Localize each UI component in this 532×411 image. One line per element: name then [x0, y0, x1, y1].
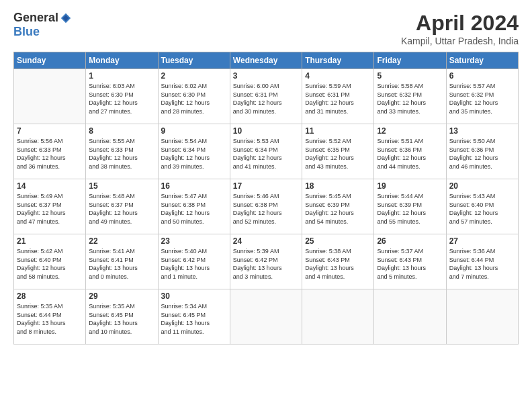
- calendar-cell: 20Sunrise: 5:43 AM Sunset: 6:40 PM Dayli…: [446, 179, 518, 234]
- week-row-3: 21Sunrise: 5:42 AM Sunset: 6:40 PM Dayli…: [14, 234, 519, 289]
- calendar-cell: 14Sunrise: 5:49 AM Sunset: 6:37 PM Dayli…: [14, 179, 86, 234]
- day-info: Sunrise: 5:45 AM Sunset: 6:39 PM Dayligh…: [305, 192, 371, 226]
- title-block: April 2024 Kampil, Uttar Pradesh, India: [401, 11, 519, 46]
- day-info: Sunrise: 5:47 AM Sunset: 6:38 PM Dayligh…: [161, 192, 227, 226]
- day-info: Sunrise: 5:48 AM Sunset: 6:37 PM Dayligh…: [89, 192, 154, 226]
- calendar-cell: 2Sunrise: 6:02 AM Sunset: 6:30 PM Daylig…: [158, 69, 230, 124]
- day-info: Sunrise: 5:36 AM Sunset: 6:44 PM Dayligh…: [449, 247, 515, 281]
- day-info: Sunrise: 5:58 AM Sunset: 6:32 PM Dayligh…: [377, 82, 443, 116]
- day-info: Sunrise: 5:56 AM Sunset: 6:33 PM Dayligh…: [17, 137, 83, 171]
- day-info: Sunrise: 5:57 AM Sunset: 6:32 PM Dayligh…: [449, 82, 515, 116]
- page: General Blue April 2024 Kampil, Uttar Pr…: [0, 0, 532, 411]
- month-year: April 2024: [401, 11, 519, 36]
- day-number: 14: [17, 181, 83, 191]
- day-info: Sunrise: 5:43 AM Sunset: 6:40 PM Dayligh…: [449, 192, 515, 226]
- day-info: Sunrise: 5:49 AM Sunset: 6:37 PM Dayligh…: [17, 192, 83, 226]
- day-info: Sunrise: 5:38 AM Sunset: 6:43 PM Dayligh…: [305, 247, 371, 281]
- calendar-cell: 11Sunrise: 5:52 AM Sunset: 6:35 PM Dayli…: [302, 124, 374, 179]
- calendar-cell: 25Sunrise: 5:38 AM Sunset: 6:43 PM Dayli…: [302, 234, 374, 289]
- day-info: Sunrise: 5:54 AM Sunset: 6:34 PM Dayligh…: [161, 137, 227, 171]
- calendar-cell: [446, 289, 518, 345]
- day-number: 29: [89, 291, 154, 301]
- calendar-cell: 23Sunrise: 5:40 AM Sunset: 6:42 PM Dayli…: [158, 234, 230, 289]
- day-number: 30: [161, 291, 227, 301]
- week-row-0: 1Sunrise: 6:03 AM Sunset: 6:30 PM Daylig…: [14, 69, 519, 124]
- calendar-cell: 7Sunrise: 5:56 AM Sunset: 6:33 PM Daylig…: [14, 124, 86, 179]
- day-number: 18: [305, 181, 371, 191]
- day-number: 19: [377, 181, 443, 191]
- calendar-cell: 5Sunrise: 5:58 AM Sunset: 6:32 PM Daylig…: [374, 69, 446, 124]
- day-info: Sunrise: 6:03 AM Sunset: 6:30 PM Dayligh…: [89, 82, 154, 116]
- weekday-header-row: Sunday Monday Tuesday Wednesday Thursday…: [14, 52, 519, 69]
- day-number: 10: [233, 126, 299, 136]
- calendar-cell: 3Sunrise: 6:00 AM Sunset: 6:31 PM Daylig…: [230, 69, 302, 124]
- calendar-cell: 16Sunrise: 5:47 AM Sunset: 6:38 PM Dayli…: [158, 179, 230, 234]
- day-info: Sunrise: 5:35 AM Sunset: 6:44 PM Dayligh…: [17, 302, 83, 336]
- day-number: 8: [89, 126, 154, 136]
- logo: General Blue: [13, 11, 72, 39]
- day-number: 27: [449, 236, 515, 246]
- day-number: 13: [449, 126, 515, 136]
- header-monday: Monday: [86, 52, 158, 69]
- day-number: 26: [377, 236, 443, 246]
- day-number: 6: [449, 71, 515, 81]
- day-info: Sunrise: 5:42 AM Sunset: 6:40 PM Dayligh…: [17, 247, 83, 281]
- logo-icon: [60, 12, 72, 24]
- day-number: 28: [17, 291, 83, 301]
- header-saturday: Saturday: [446, 52, 518, 69]
- day-number: 9: [161, 126, 227, 136]
- day-number: 16: [161, 181, 227, 191]
- calendar-cell: 6Sunrise: 5:57 AM Sunset: 6:32 PM Daylig…: [446, 69, 518, 124]
- day-number: 24: [233, 236, 299, 246]
- day-number: 1: [89, 71, 154, 81]
- day-info: Sunrise: 5:53 AM Sunset: 6:34 PM Dayligh…: [233, 137, 299, 171]
- calendar-cell: 21Sunrise: 5:42 AM Sunset: 6:40 PM Dayli…: [14, 234, 86, 289]
- day-number: 15: [89, 181, 154, 191]
- header-tuesday: Tuesday: [158, 52, 230, 69]
- week-row-1: 7Sunrise: 5:56 AM Sunset: 6:33 PM Daylig…: [14, 124, 519, 179]
- calendar-cell: 12Sunrise: 5:51 AM Sunset: 6:36 PM Dayli…: [374, 124, 446, 179]
- day-info: Sunrise: 5:52 AM Sunset: 6:35 PM Dayligh…: [305, 137, 371, 171]
- day-number: 21: [17, 236, 83, 246]
- calendar-cell: 18Sunrise: 5:45 AM Sunset: 6:39 PM Dayli…: [302, 179, 374, 234]
- calendar-cell: [302, 289, 374, 345]
- day-number: 2: [161, 71, 227, 81]
- calendar-cell: 9Sunrise: 5:54 AM Sunset: 6:34 PM Daylig…: [158, 124, 230, 179]
- day-number: 12: [377, 126, 443, 136]
- calendar-cell: 4Sunrise: 5:59 AM Sunset: 6:31 PM Daylig…: [302, 69, 374, 124]
- calendar-cell: [14, 69, 86, 124]
- week-row-2: 14Sunrise: 5:49 AM Sunset: 6:37 PM Dayli…: [14, 179, 519, 234]
- day-info: Sunrise: 6:00 AM Sunset: 6:31 PM Dayligh…: [233, 82, 299, 116]
- calendar-cell: 17Sunrise: 5:46 AM Sunset: 6:38 PM Dayli…: [230, 179, 302, 234]
- day-info: Sunrise: 5:39 AM Sunset: 6:42 PM Dayligh…: [233, 247, 299, 281]
- header-wednesday: Wednesday: [230, 52, 302, 69]
- logo-blue-text: Blue: [13, 25, 40, 39]
- calendar-cell: 26Sunrise: 5:37 AM Sunset: 6:43 PM Dayli…: [374, 234, 446, 289]
- day-number: 23: [161, 236, 227, 246]
- calendar-cell: 28Sunrise: 5:35 AM Sunset: 6:44 PM Dayli…: [14, 289, 86, 345]
- calendar-cell: 1Sunrise: 6:03 AM Sunset: 6:30 PM Daylig…: [86, 69, 158, 124]
- logo-blue: Blue: [13, 25, 40, 39]
- calendar-cell: 19Sunrise: 5:44 AM Sunset: 6:39 PM Dayli…: [374, 179, 446, 234]
- header: General Blue April 2024 Kampil, Uttar Pr…: [13, 11, 519, 46]
- day-number: 7: [17, 126, 83, 136]
- day-info: Sunrise: 5:41 AM Sunset: 6:41 PM Dayligh…: [89, 247, 154, 281]
- day-info: Sunrise: 5:37 AM Sunset: 6:43 PM Dayligh…: [377, 247, 443, 281]
- day-number: 4: [305, 71, 371, 81]
- calendar-cell: 30Sunrise: 5:34 AM Sunset: 6:45 PM Dayli…: [158, 289, 230, 345]
- header-thursday: Thursday: [302, 52, 374, 69]
- day-info: Sunrise: 5:46 AM Sunset: 6:38 PM Dayligh…: [233, 192, 299, 226]
- header-friday: Friday: [374, 52, 446, 69]
- calendar-cell: 22Sunrise: 5:41 AM Sunset: 6:41 PM Dayli…: [86, 234, 158, 289]
- day-number: 25: [305, 236, 371, 246]
- calendar: Sunday Monday Tuesday Wednesday Thursday…: [13, 52, 519, 345]
- day-info: Sunrise: 5:44 AM Sunset: 6:39 PM Dayligh…: [377, 192, 443, 226]
- location: Kampil, Uttar Pradesh, India: [401, 36, 519, 46]
- calendar-cell: 27Sunrise: 5:36 AM Sunset: 6:44 PM Dayli…: [446, 234, 518, 289]
- calendar-cell: [230, 289, 302, 345]
- day-number: 22: [89, 236, 154, 246]
- header-sunday: Sunday: [14, 52, 86, 69]
- logo-text: General: [13, 11, 72, 25]
- day-number: 3: [233, 71, 299, 81]
- calendar-cell: 24Sunrise: 5:39 AM Sunset: 6:42 PM Dayli…: [230, 234, 302, 289]
